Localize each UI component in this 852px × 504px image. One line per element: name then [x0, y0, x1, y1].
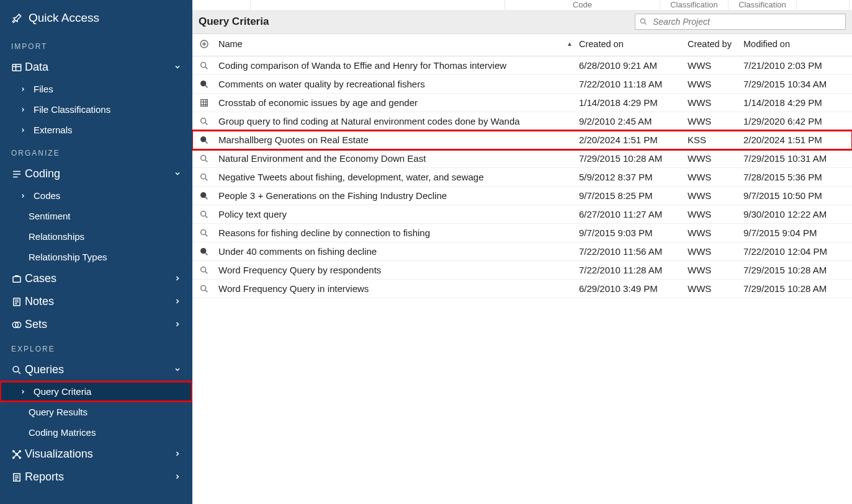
header-name[interactable]: Name▲ [216, 39, 579, 51]
query-created-on: 7/22/2010 11:56 AM [579, 246, 688, 257]
query-row[interactable]: Crosstab of economic issues by age and g… [192, 94, 852, 112]
main-panel: Code Classification Classification Query… [192, 0, 852, 504]
nav-query-criteria[interactable]: Query Criteria [0, 381, 192, 402]
chevron-right-icon [174, 318, 181, 331]
query-modified-on: 7/29/2015 10:28 AM [743, 283, 852, 294]
plus-circle-icon [199, 39, 209, 49]
svg-point-15 [201, 81, 206, 86]
nav-file-classifications[interactable]: File Classifications [0, 99, 192, 120]
section-import: IMPORT [0, 33, 192, 56]
nav-visualizations[interactable]: Visualizations [0, 443, 192, 466]
header-expand[interactable] [192, 39, 216, 51]
query-row[interactable]: Under 40 comments on fishing decline7/22… [192, 242, 852, 261]
query-modified-on: 9/7/2015 9:04 PM [743, 228, 852, 238]
query-created-on: 6/27/2010 11:27 AM [579, 209, 688, 219]
section-organize: ORGANIZE [0, 140, 192, 162]
svg-point-25 [201, 267, 206, 272]
sidebar: Quick Access IMPORT Data Files File Clas… [0, 0, 192, 504]
query-row[interactable]: Marshallberg Quotes on Real Estate2/20/2… [192, 131, 852, 149]
search-project[interactable] [635, 14, 846, 30]
query-type-icon [192, 135, 216, 145]
query-modified-on: 7/21/2010 2:03 PM [743, 60, 852, 71]
query-created-by: WWS [688, 153, 743, 164]
coding-icon [11, 169, 22, 180]
chevron-right-icon [174, 272, 181, 285]
ribbon-classification: Classification [660, 0, 729, 10]
quick-access[interactable]: Quick Access [0, 5, 192, 33]
query-modified-on: 7/29/2015 10:34 AM [743, 79, 852, 89]
query-created-on: 7/22/2010 11:18 AM [579, 79, 688, 89]
query-modified-on: 7/22/2010 12:04 PM [743, 246, 852, 257]
nav-data[interactable]: Data [0, 56, 192, 79]
nav-externals[interactable]: Externals [0, 120, 192, 140]
query-name: Crosstab of economic issues by age and g… [216, 97, 579, 108]
query-modified-on: 7/29/2015 10:28 AM [743, 265, 852, 275]
query-modified-on: 7/28/2015 5:36 PM [743, 172, 852, 182]
query-type-icon [192, 228, 216, 238]
query-created-on: 6/28/2010 9:21 AM [579, 60, 688, 71]
query-name: Word Frequency Query by respondents [216, 265, 579, 275]
query-type-icon [192, 117, 216, 126]
query-modified-on: 2/20/2024 1:51 PM [743, 135, 852, 145]
reports-icon [11, 472, 22, 483]
query-created-by: WWS [688, 190, 743, 201]
query-created-by: WWS [688, 172, 743, 182]
query-created-on: 7/29/2015 10:28 AM [579, 153, 688, 164]
query-created-by: WWS [688, 209, 743, 219]
svg-point-22 [201, 211, 206, 216]
query-type-icon [192, 247, 216, 257]
query-row[interactable]: Coding comparison of Wanda to Effie and … [192, 56, 852, 75]
query-row[interactable]: Group query to find coding at Natural en… [192, 112, 852, 131]
query-row[interactable]: Comments on water quality by recreationa… [192, 75, 852, 94]
query-modified-on: 9/30/2010 12:22 AM [743, 209, 852, 219]
query-name: Reasons for fishing decline by connectio… [216, 228, 579, 238]
notes-icon [11, 296, 22, 307]
nav-codes[interactable]: Codes [0, 185, 192, 206]
svg-point-20 [201, 174, 206, 179]
nav-reports[interactable]: Reports [0, 466, 192, 489]
nav-coding-matrices[interactable]: Coding Matrices [0, 422, 192, 443]
chevron-down-icon [174, 167, 181, 180]
query-row[interactable]: Policy text query6/27/2010 11:27 AMWWS9/… [192, 205, 852, 224]
search-input[interactable] [653, 17, 841, 27]
nav-sentiment[interactable]: Sentiment [0, 206, 192, 226]
query-row[interactable]: Natural Environment and the Economy Down… [192, 149, 852, 168]
query-created-on: 9/7/2015 8:25 PM [579, 190, 688, 201]
nav-sets[interactable]: Sets [0, 313, 192, 336]
query-row[interactable]: Reasons for fishing decline by connectio… [192, 224, 852, 242]
ribbon-code: Code [505, 0, 660, 10]
nav-files[interactable]: Files [0, 79, 192, 99]
header-modified-on[interactable]: Modified on [743, 39, 852, 51]
query-created-by: KSS [688, 135, 743, 145]
query-name: Word Frequency Query in interviews [216, 283, 579, 294]
query-created-by: WWS [688, 283, 743, 294]
svg-rect-1 [13, 276, 20, 282]
query-created-by: WWS [688, 116, 743, 126]
query-row[interactable]: Word Frequency Query in interviews6/29/2… [192, 280, 852, 298]
query-type-icon [192, 98, 216, 108]
query-type-icon [192, 191, 216, 201]
query-row[interactable]: People 3 + Generations on the Fishing In… [192, 187, 852, 205]
nav-notes[interactable]: Notes [0, 290, 192, 313]
query-created-by: WWS [688, 246, 743, 257]
query-created-by: WWS [688, 228, 743, 238]
header-created-on[interactable]: Created on [579, 39, 688, 51]
query-name: Group query to find coding at Natural en… [216, 116, 579, 126]
query-row[interactable]: Word Frequency Query by respondents7/22/… [192, 261, 852, 280]
nav-cases[interactable]: Cases [0, 267, 192, 290]
query-created-by: WWS [688, 97, 743, 108]
header-created-by[interactable]: Created by [688, 39, 743, 51]
nav-query-results[interactable]: Query Results [0, 402, 192, 422]
nav-relationship-types[interactable]: Relationship Types [0, 247, 192, 267]
svg-point-17 [201, 118, 206, 123]
nav-queries[interactable]: Queries [0, 358, 192, 381]
chevron-right-icon [174, 471, 181, 484]
query-row[interactable]: Negative Tweets about fishing, developme… [192, 168, 852, 187]
query-type-icon [192, 265, 216, 275]
svg-point-12 [640, 19, 645, 23]
chevron-right-icon [174, 448, 181, 461]
nav-coding[interactable]: Coding [0, 162, 192, 185]
visualizations-icon [11, 449, 22, 460]
query-created-on: 1/14/2018 4:29 PM [579, 97, 688, 108]
nav-relationships[interactable]: Relationships [0, 226, 192, 247]
